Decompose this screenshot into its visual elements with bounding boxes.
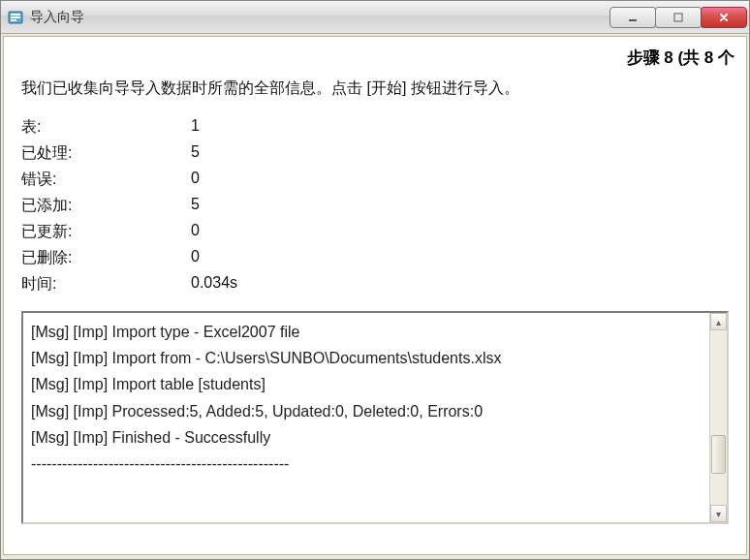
stat-row-deleted: 已删除: 0 (21, 245, 729, 271)
stats-table: 表: 1 已处理: 5 错误: 0 已添加: 5 已更新: 0 已删除: 0 时… (4, 114, 746, 307)
scroll-thumb[interactable] (711, 435, 726, 474)
step-indicator: 步骤 8 (共 8 个 (4, 37, 746, 69)
stat-row-processed: 已处理: 5 (21, 140, 729, 167)
stat-value: 0 (191, 248, 729, 268)
stat-value: 1 (191, 117, 729, 138)
stat-row-added: 已添加: 5 (21, 193, 729, 219)
app-icon (7, 9, 24, 26)
stat-row-updated: 已更新: 0 (21, 219, 729, 245)
minimize-button[interactable] (609, 7, 656, 28)
scroll-down-arrow-icon[interactable]: ▾ (710, 505, 727, 522)
close-button[interactable] (701, 7, 747, 28)
window-title: 导入向导 (30, 9, 610, 26)
stat-row-errors: 错误: 0 (21, 167, 729, 193)
log-textarea[interactable]: [Msg] [Imp] Import type - Excel2007 file… (23, 313, 709, 522)
stat-label: 已删除: (21, 248, 191, 268)
stat-label: 错误: (21, 170, 191, 190)
svg-rect-4 (629, 19, 637, 21)
log-panel: [Msg] [Imp] Import type - Excel2007 file… (21, 311, 729, 524)
window-controls (610, 7, 747, 28)
stat-value: 0 (191, 170, 729, 190)
scroll-track[interactable] (710, 330, 727, 505)
window-titlebar: 导入向导 (1, 1, 749, 34)
scroll-up-arrow-icon[interactable]: ▴ (710, 313, 727, 330)
stat-label: 表: (21, 117, 191, 138)
maximize-button[interactable] (655, 7, 702, 28)
intro-text: 我们已收集向导导入数据时所需的全部信息。点击 [开始] 按钮进行导入。 (4, 69, 746, 114)
svg-rect-2 (11, 16, 20, 18)
svg-rect-5 (674, 14, 682, 21)
svg-rect-1 (11, 14, 20, 16)
stat-label: 已添加: (21, 196, 191, 216)
stat-label: 时间: (21, 274, 191, 295)
stat-label: 已处理: (21, 143, 191, 164)
content-area: 步骤 8 (共 8 个 我们已收集向导导入数据时所需的全部信息。点击 [开始] … (3, 36, 747, 555)
stat-value: 0 (191, 222, 729, 242)
stat-value: 0.034s (191, 274, 729, 295)
stat-value: 5 (191, 143, 729, 164)
stat-row-time: 时间: 0.034s (21, 271, 729, 297)
stat-value: 5 (191, 196, 729, 216)
vertical-scrollbar[interactable]: ▴ ▾ (709, 313, 727, 522)
svg-rect-3 (11, 19, 16, 21)
stat-row-tables: 表: 1 (21, 114, 729, 140)
stat-label: 已更新: (21, 222, 191, 242)
